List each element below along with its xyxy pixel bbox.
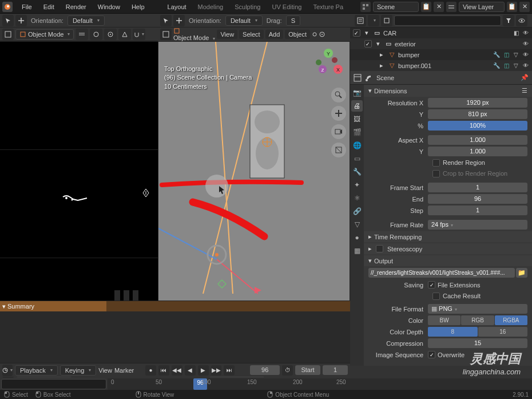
render-region-checkbox[interactable] xyxy=(432,159,440,167)
menu-view-mid[interactable]: View xyxy=(217,30,237,39)
menu-select-mid[interactable]: Select xyxy=(239,30,264,39)
eye-icon[interactable]: 👁 xyxy=(522,29,530,37)
data-icon[interactable]: ◫ xyxy=(502,51,510,59)
summary-track[interactable] xyxy=(106,301,350,311)
tab-render[interactable]: 📷 xyxy=(351,87,363,98)
outliner-view-icon[interactable] xyxy=(381,15,392,26)
eye-icon[interactable]: 👁 xyxy=(522,51,530,59)
tab-modifier[interactable]: 🔧 xyxy=(351,166,363,177)
play-reverse-icon[interactable]: ◀ xyxy=(185,365,196,376)
fend-field[interactable]: 96 xyxy=(428,194,527,204)
tab-data[interactable]: ▽ xyxy=(351,219,363,230)
restrict-select-icon[interactable]: ◧ xyxy=(512,29,520,37)
viewlayer-new-icon[interactable]: 📋 xyxy=(507,2,517,12)
tab-object[interactable]: ▭ xyxy=(351,153,363,164)
ds-search-input[interactable] xyxy=(1,379,106,389)
move-tool-icon-2[interactable] xyxy=(173,15,185,26)
props-editor-icon[interactable] xyxy=(354,74,362,82)
workspace-tab-modeling[interactable]: Modeling xyxy=(192,3,229,10)
tl-menu-view[interactable]: View xyxy=(98,367,112,374)
snap-dropdown[interactable] xyxy=(133,29,145,40)
depth-8-btn[interactable]: 8 xyxy=(428,327,478,337)
eye-icon[interactable]: 👁 xyxy=(522,40,530,48)
panel-stereoscopy[interactable]: ▸Stereoscopy xyxy=(364,243,532,254)
menu-add-mid[interactable]: Add xyxy=(265,30,284,39)
workspace-tab-sculpting[interactable]: Sculpting xyxy=(229,3,266,10)
overlay-toggle-3[interactable] xyxy=(104,29,117,40)
scene-name-field[interactable]: Scene xyxy=(373,2,419,12)
viewlayer-delete-icon[interactable]: ✕ xyxy=(519,2,530,12)
global-local-toggle[interactable] xyxy=(312,31,317,37)
ortho-toggle-icon[interactable] xyxy=(331,143,346,157)
fstart-field[interactable]: 1 xyxy=(428,183,527,192)
overlay-toggle-4[interactable] xyxy=(118,29,131,40)
play-icon[interactable]: ▶ xyxy=(198,365,209,376)
overlay-toggle-2[interactable] xyxy=(90,29,102,40)
eye-icon[interactable]: 👁 xyxy=(522,62,530,70)
start-frame-field[interactable]: 1 xyxy=(323,365,348,375)
playback-popover[interactable]: Playback xyxy=(15,365,58,376)
outliner-search-input[interactable] xyxy=(394,15,501,26)
pan-icon[interactable] xyxy=(331,106,346,121)
compression-field[interactable]: 15 xyxy=(428,338,527,348)
jump-prevkey-icon[interactable]: ◀◀ xyxy=(172,365,182,376)
cursor-tool-icon-2[interactable] xyxy=(160,15,172,26)
ds-timeline-ruler[interactable]: 0 50 96 100 150 200 250 xyxy=(108,378,532,390)
fformat-dropdown[interactable]: ▦ PNG xyxy=(428,304,527,314)
tab-constraint[interactable]: 🔗 xyxy=(351,206,363,217)
nav-gizmo[interactable]: Y X Z xyxy=(312,46,345,80)
fstep-field[interactable]: 1 xyxy=(428,206,527,215)
output-browse-icon[interactable]: 📁 xyxy=(516,268,527,278)
orientation-dropdown[interactable]: Default xyxy=(68,15,105,26)
tab-particle[interactable]: ✦ xyxy=(351,179,363,191)
outliner-editor-icon[interactable] xyxy=(355,15,366,26)
jump-end-icon[interactable]: ⏭ xyxy=(224,365,235,376)
disclosure-icon[interactable]: ▸ xyxy=(378,62,386,70)
editor-type-icon-mid[interactable] xyxy=(160,29,172,40)
tree-row-car[interactable]: ▾ ▭ CAR ◧ 👁 xyxy=(350,27,532,38)
crop-checkbox[interactable] xyxy=(432,170,440,177)
auto-keying-toggle[interactable]: ● xyxy=(145,365,156,376)
tree-row-bumper001[interactable]: ▸ ▽ bumper.001 🔧 ◫ ▽ 👁 xyxy=(350,60,532,71)
material-icon[interactable]: ▽ xyxy=(512,62,520,70)
panel-time-remapping[interactable]: ▸Time Remapping xyxy=(364,231,532,242)
viewlayer-browse-icon[interactable] xyxy=(446,2,456,12)
jump-nextkey-icon[interactable]: ▶▶ xyxy=(211,365,222,376)
use-preview-range[interactable]: ⏱ xyxy=(282,365,293,376)
stereo-checkbox[interactable] xyxy=(376,245,383,252)
zoom-icon[interactable] xyxy=(331,88,346,102)
mode-dropdown-left[interactable]: Object Mode xyxy=(15,29,74,39)
summary-channel[interactable]: ▾Summary xyxy=(0,301,106,311)
resx-field[interactable]: 1920 px xyxy=(428,98,527,108)
orientation-dropdown-2[interactable]: Default xyxy=(225,15,263,26)
color-rgb-btn[interactable]: RGB xyxy=(461,315,494,325)
frate-dropdown[interactable]: 24 fps xyxy=(428,220,527,230)
menu-edit[interactable]: Edit xyxy=(38,3,60,10)
tab-material[interactable]: ● xyxy=(351,232,363,243)
color-bw-btn[interactable]: BW xyxy=(428,315,460,325)
timeline-editor-icon[interactable] xyxy=(2,365,13,376)
modifier-icon[interactable]: 🔧 xyxy=(493,62,501,70)
aspx-field[interactable]: 1.000 xyxy=(428,135,527,145)
viewport-camera-1[interactable] xyxy=(0,41,158,149)
editor-type-icon[interactable] xyxy=(2,29,14,40)
file-ext-checkbox[interactable] xyxy=(428,281,435,289)
tab-texture[interactable]: ▦ xyxy=(351,245,363,256)
depth-16-btn[interactable]: 16 xyxy=(478,327,528,337)
menu-help[interactable]: Help xyxy=(126,3,150,10)
tab-scene[interactable]: 🎬 xyxy=(351,127,363,138)
tl-menu-marker[interactable]: Marker xyxy=(114,367,134,374)
mode-dropdown-mid[interactable]: Object Mode xyxy=(173,27,215,41)
viewlayer-field[interactable]: View Layer xyxy=(459,2,505,12)
viewport-camera-2[interactable] xyxy=(0,149,158,258)
cache-result-checkbox[interactable] xyxy=(432,293,440,300)
scene-new-icon[interactable]: 📋 xyxy=(421,2,431,12)
outliner-display-mode[interactable] xyxy=(368,15,379,26)
menu-window[interactable]: Window xyxy=(92,3,126,10)
disclosure-icon[interactable]: ▸ xyxy=(378,51,386,59)
tab-physics[interactable]: ⚛ xyxy=(351,192,363,204)
data-icon[interactable]: ◫ xyxy=(502,62,510,70)
pin-icon[interactable]: 📌 xyxy=(521,74,529,81)
proportional-toggle[interactable] xyxy=(319,31,325,37)
checkbox-icon[interactable] xyxy=(352,29,360,37)
